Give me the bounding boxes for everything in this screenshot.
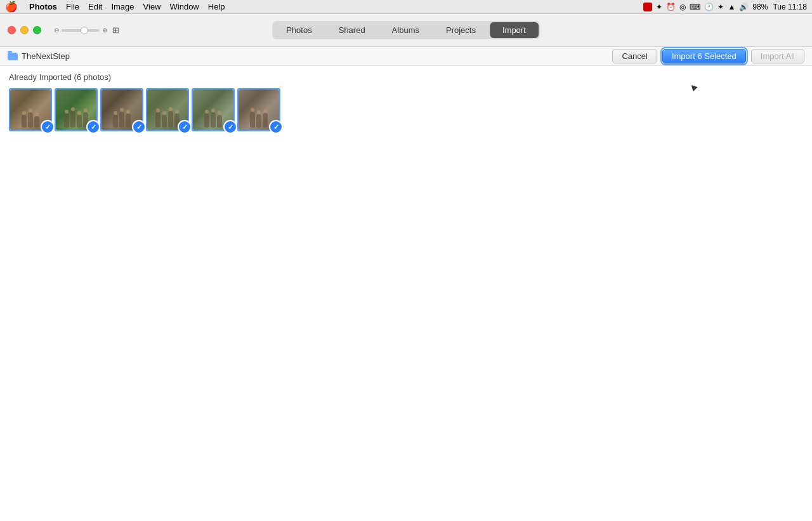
minimize-button[interactable] — [20, 26, 29, 34]
title-bar: ⊖ ⊕ ⊞ Photos Shared Albums Projects Impo… — [0, 14, 812, 47]
folder-icon — [8, 53, 18, 60]
tab-shared[interactable]: Shared — [326, 22, 378, 38]
selected-checkmark-4 — [178, 120, 192, 134]
zoom-slider-area: ⊖ ⊕ — [54, 27, 107, 34]
radar-icon: ◎ — [679, 3, 686, 11]
system-status-icons: ✦ ⏰ ◎ ⌨ 🕐 ✦ ▲ 🔊 98% — [643, 3, 768, 11]
import-all-button[interactable]: Import All — [751, 49, 804, 63]
thumbnails-row — [9, 88, 803, 131]
close-button[interactable] — [8, 26, 16, 34]
selected-checkmark-3 — [132, 120, 146, 134]
breadcrumb: TheNextStep — [8, 51, 70, 61]
timemachine-icon: ⏰ — [666, 3, 676, 11]
import-actions: Cancel Import 6 Selected Import All — [612, 49, 804, 63]
apple-menu[interactable]: 🍎 — [5, 1, 18, 13]
menu-edit[interactable]: Edit — [88, 2, 102, 11]
photo-thumb-2[interactable] — [55, 88, 98, 131]
photo-thumb-1[interactable] — [9, 88, 52, 131]
volume-icon: 🔊 — [739, 3, 749, 11]
import-selected-button[interactable]: Import 6 Selected — [662, 49, 746, 63]
menu-app-name[interactable]: Photos — [29, 2, 57, 11]
menu-image[interactable]: Image — [111, 2, 134, 11]
content-area: Already Imported (6 photos) — [0, 66, 812, 138]
tab-albums[interactable]: Albums — [379, 22, 432, 38]
tab-projects[interactable]: Projects — [433, 22, 488, 38]
window-controls — [8, 26, 41, 34]
bluetooth-icon: ✦ — [717, 3, 724, 11]
timemachine2-icon: 🕐 — [704, 3, 714, 11]
photo-thumb-4[interactable] — [146, 88, 189, 131]
photo-thumb-5[interactable] — [192, 88, 235, 131]
breadcrumb-bar: TheNextStep Cancel Import 6 Selected Imp… — [0, 47, 812, 66]
menu-help[interactable]: Help — [208, 2, 225, 11]
selected-checkmark-5 — [223, 120, 237, 134]
keyboard-icon: ⌨ — [690, 3, 700, 11]
section-label: Already Imported (6 photos) — [9, 72, 803, 82]
maximize-button[interactable] — [33, 26, 41, 34]
dropbox-icon: ✦ — [656, 3, 662, 11]
menu-window[interactable]: Window — [170, 2, 199, 11]
cancel-button[interactable]: Cancel — [612, 49, 657, 63]
clock: Tue 11:18 — [773, 3, 807, 11]
tab-photos[interactable]: Photos — [273, 22, 324, 38]
selected-checkmark-1 — [41, 120, 55, 134]
selected-checkmark-6 — [269, 120, 283, 134]
battery-label: 98% — [752, 3, 768, 11]
expand-icon[interactable]: ⊞ — [112, 25, 119, 35]
folder-name: TheNextStep — [22, 51, 70, 61]
menu-view[interactable]: View — [143, 2, 161, 11]
wifi-icon: ▲ — [728, 3, 735, 11]
zoom-slider[interactable] — [62, 29, 100, 32]
menu-bar: 🍎 Photos File Edit Image View Window Hel… — [0, 0, 812, 14]
nav-tabs: Photos Shared Albums Projects Import — [272, 21, 540, 39]
recording-icon — [643, 3, 652, 11]
zoom-out-icon: ⊖ — [54, 27, 59, 34]
zoom-in-icon: ⊕ — [102, 27, 107, 34]
selected-checkmark-2 — [86, 120, 100, 134]
menu-file[interactable]: File — [66, 2, 79, 11]
tab-import[interactable]: Import — [490, 22, 539, 38]
photo-thumb-3[interactable] — [100, 88, 143, 131]
photo-thumb-6[interactable] — [237, 88, 280, 131]
